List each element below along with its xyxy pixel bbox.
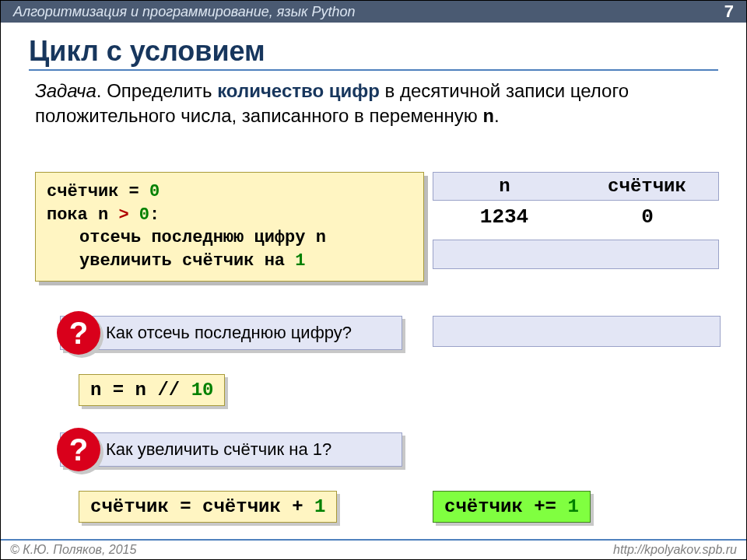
page-number: 7 <box>724 2 734 22</box>
question-box: Как отсечь последнюю цифру? <box>60 316 402 350</box>
answer-2: счётчик = счётчик + 1 <box>79 491 337 523</box>
url: http://kpolyakov.spb.ru <box>613 543 737 557</box>
code-line: увеличить счётчик на 1 <box>47 250 412 273</box>
title-rule <box>29 69 718 71</box>
footer: © К.Ю. Поляков, 2015 http://kpolyakov.sp… <box>1 539 746 559</box>
question-box: Как увеличить счётчик на 1? <box>60 432 402 467</box>
task-keyword: количество цифр <box>217 80 380 101</box>
task-label: Задача <box>35 80 96 101</box>
answer-1: n = n // 10 <box>79 374 225 406</box>
table-blank <box>433 240 719 269</box>
table-row: 1234 0 <box>433 201 719 233</box>
topbar: Алгоритмизация и программирование, язык … <box>1 1 746 23</box>
task-text: Задача. Определить количество цифр в дес… <box>35 79 715 131</box>
col-counter: счётчик <box>576 173 718 200</box>
question-2: Как увеличить счётчик на 1? ? <box>60 432 402 467</box>
question-icon: ? <box>57 311 100 355</box>
pseudocode-box: счётчик = 0 пока n > 0: отсечь последнюю… <box>35 172 424 282</box>
side-placeholder <box>433 316 721 347</box>
col-n: n <box>433 173 576 200</box>
question-1: Как отсечь последнюю цифру? ? <box>60 316 402 350</box>
table-header: n счётчик <box>433 172 719 201</box>
code-line: пока n > 0: <box>47 204 412 227</box>
code-line: отсечь последнюю цифру n <box>47 226 412 250</box>
page-title: Цикл с условием <box>29 35 265 68</box>
trace-table: n счётчик 1234 0 <box>433 172 719 269</box>
answer-3: счётчик += 1 <box>433 491 591 523</box>
question-icon: ? <box>57 428 100 471</box>
task-var: n <box>483 107 494 128</box>
slide: Алгоритмизация и программирование, язык … <box>0 0 747 560</box>
copyright: © К.Ю. Поляков, 2015 <box>10 543 136 557</box>
code-line: счётчик = 0 <box>47 180 412 204</box>
subject: Алгоритмизация и программирование, язык … <box>13 4 355 20</box>
